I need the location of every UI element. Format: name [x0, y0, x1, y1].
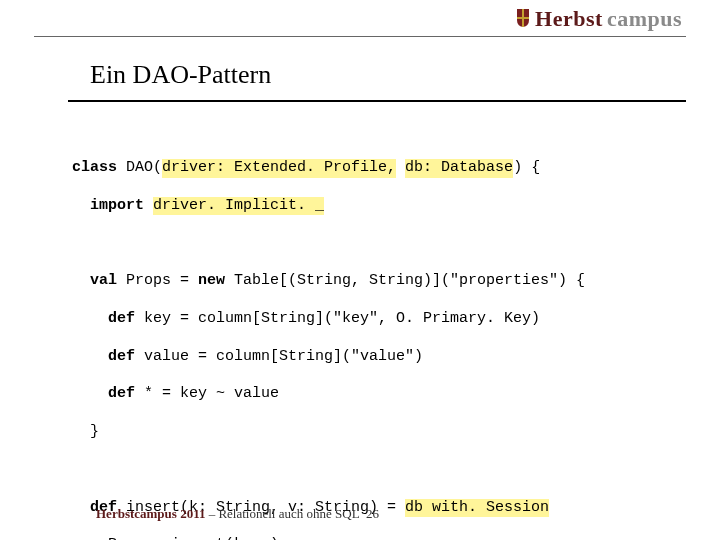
page-number: 26: [366, 506, 379, 522]
kw-def: def: [108, 348, 135, 365]
kw-class: class: [72, 159, 117, 176]
footer-subtitle: – Relationell auch ohne SQL: [205, 506, 359, 521]
hl-db-param: db: Database: [405, 159, 513, 178]
header-divider: [34, 36, 686, 37]
svg-rect-1: [517, 17, 529, 19]
hl-import-driver: driver. Implicit. _: [153, 197, 324, 216]
logo-text-campus: campus: [607, 6, 682, 32]
kw-import: import: [90, 197, 144, 214]
logo-crest-icon: [515, 8, 531, 28]
slide-title: Ein DAO-Pattern: [90, 60, 271, 90]
kw-def: def: [108, 310, 135, 327]
footer-event: Herbstcampus 2011: [96, 506, 205, 521]
kw-val: val: [90, 272, 117, 289]
hl-driver-param: driver: Extended. Profile,: [162, 159, 396, 178]
code-block: class DAO(driver: Extended. Profile, db:…: [72, 140, 585, 540]
footer: Herbstcampus 2011 – Relationell auch ohn…: [96, 506, 360, 522]
kw-def: def: [108, 385, 135, 402]
hl-db-withsession: db with. Session: [405, 499, 549, 518]
logo: Herbstcampus: [515, 6, 682, 32]
logo-text-herbst: Herbst: [535, 6, 603, 32]
title-divider: [68, 100, 686, 102]
slide: Herbstcampus Ein DAO-Pattern class DAO(d…: [0, 0, 720, 540]
header-bar: Herbstcampus: [0, 0, 720, 36]
kw-new: new: [198, 272, 225, 289]
